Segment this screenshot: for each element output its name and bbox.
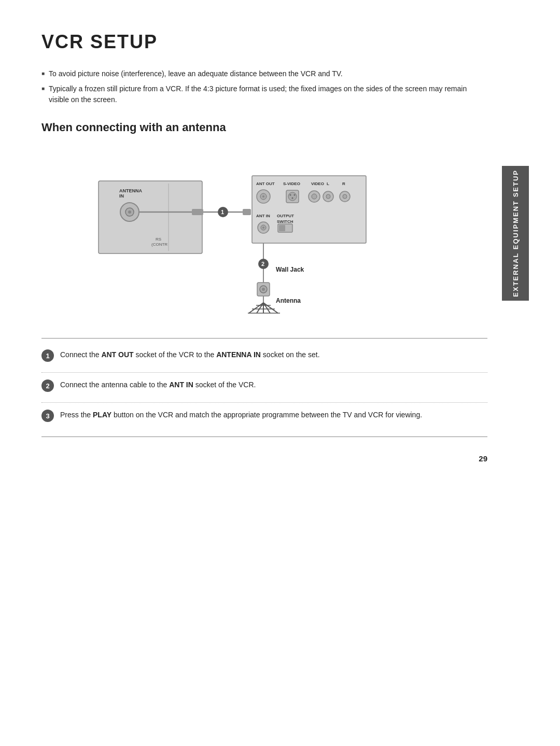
- svg-rect-14: [243, 209, 251, 215]
- step-number-2: 2: [41, 379, 54, 392]
- svg-line-53: [249, 303, 263, 313]
- svg-text:IN: IN: [119, 193, 124, 199]
- svg-text:Antenna: Antenna: [276, 297, 301, 304]
- svg-line-56: [263, 303, 270, 313]
- svg-point-28: [292, 198, 293, 199]
- svg-text:OUTPUT: OUTPUT: [277, 214, 294, 218]
- svg-text:VIDEO: VIDEO: [311, 181, 324, 186]
- svg-text:(CONTR: (CONTR: [151, 242, 167, 247]
- svg-text:RS: RS: [156, 237, 161, 242]
- svg-point-38: [262, 227, 264, 229]
- sidebar-tab: EXTERNAL EQUIPMENT SETUP: [502, 166, 529, 301]
- svg-point-34: [343, 194, 347, 199]
- svg-point-30: [312, 194, 317, 199]
- steps-section: 1 Connect the ANT OUT socket of the VCR …: [41, 349, 487, 426]
- section-heading: When connecting with an antenna: [41, 121, 487, 134]
- svg-text:ANTENNA: ANTENNA: [119, 188, 142, 193]
- svg-point-25: [288, 192, 297, 201]
- bullet-text-2: Typically a frozen still picture from a …: [49, 83, 487, 105]
- diagram-svg: ANTENNA IN RS (CONTR 1: [88, 150, 441, 317]
- step-text-3: Press the PLAY button on the VCR and mat…: [60, 409, 487, 420]
- svg-text:2: 2: [261, 261, 264, 267]
- step-divider-1: [41, 372, 487, 373]
- svg-point-23: [262, 195, 264, 198]
- bullet-item-2: ■ Typically a frozen still picture from …: [41, 83, 487, 105]
- sidebar-label: EXTERNAL EQUIPMENT SETUP: [512, 170, 520, 297]
- bullet-item-1: ■ To avoid picture noise (interference),…: [41, 68, 487, 79]
- svg-text:Wall Jack: Wall Jack: [276, 266, 304, 273]
- svg-text:R: R: [342, 181, 345, 186]
- step-item-2: 2 Connect the antenna cable to the ANT I…: [41, 379, 487, 396]
- svg-text:ANT IN: ANT IN: [256, 214, 270, 218]
- step-text-2: Connect the antenna cable to the ANT IN …: [60, 379, 487, 390]
- bullet-text-1: To avoid picture noise (interference), l…: [49, 68, 343, 79]
- step-number-3: 3: [41, 410, 54, 422]
- step-item-3: 3 Press the PLAY button on the VCR and m…: [41, 409, 487, 426]
- svg-text:SWITCH: SWITCH: [277, 219, 293, 224]
- svg-text:L: L: [327, 181, 329, 186]
- step-divider-2: [41, 402, 487, 403]
- svg-text:S-VIDEO: S-VIDEO: [283, 181, 300, 186]
- svg-text:ANT OUT: ANT OUT: [256, 181, 275, 186]
- svg-text:1: 1: [221, 209, 224, 215]
- svg-point-27: [294, 194, 296, 196]
- svg-point-32: [326, 194, 330, 199]
- svg-rect-42: [279, 225, 285, 231]
- step-item-1: 1 Connect the ANT OUT socket of the VCR …: [41, 349, 487, 366]
- bottom-rule: [41, 437, 487, 437]
- page-number: 29: [479, 454, 487, 463]
- step-number-1: 1: [41, 349, 54, 362]
- page-title: VCR SETUP: [41, 31, 487, 53]
- svg-point-50: [262, 288, 265, 291]
- bullet-icon-2: ■: [41, 85, 45, 92]
- bullets-section: ■ To avoid picture noise (interference),…: [41, 68, 487, 105]
- svg-line-57: [263, 303, 278, 313]
- bullet-icon-1: ■: [41, 69, 45, 77]
- svg-rect-10: [192, 209, 203, 215]
- diagram-area: ANTENNA IN RS (CONTR 1: [41, 145, 487, 322]
- top-rule: [41, 338, 487, 339]
- svg-point-6: [128, 210, 131, 214]
- step-text-1: Connect the ANT OUT socket of the VCR to…: [60, 349, 487, 360]
- svg-point-26: [290, 194, 291, 196]
- svg-rect-0: [99, 181, 202, 254]
- svg-line-54: [257, 303, 263, 313]
